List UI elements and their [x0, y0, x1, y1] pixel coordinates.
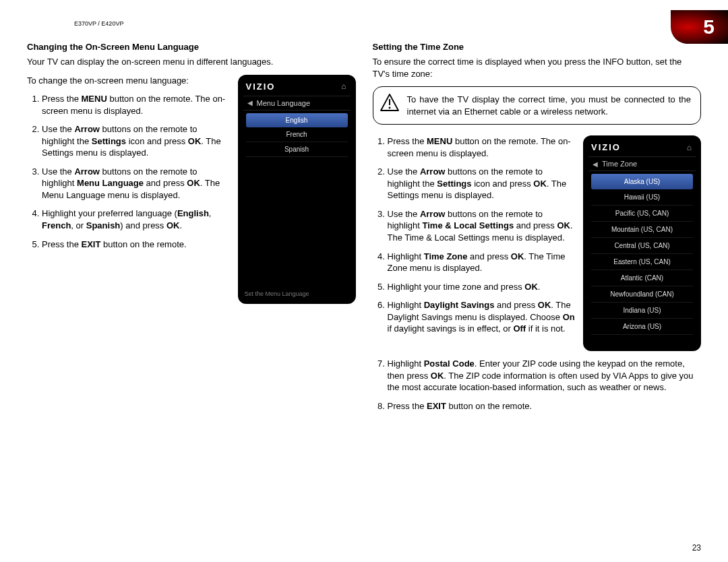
home-icon: ⌂: [341, 82, 347, 91]
step-7: Highlight Postal Code. Enter your ZIP co…: [388, 358, 702, 394]
content-with-screenshot: Press the MENU button on the remote. The…: [373, 135, 702, 351]
step-8: Press the EXIT button on the remote.: [388, 400, 702, 412]
tv-subhead: ◀ Menu Language: [243, 96, 351, 111]
intro-text: To ensure the correct time is displayed …: [373, 56, 702, 80]
left-column: Changing the On-Screen Menu Language You…: [27, 42, 356, 418]
tv-menu-item: Eastern (US, CAN): [591, 254, 693, 270]
model-header: E370VP / E420VP: [74, 20, 701, 27]
step-5: Press the EXIT button on the remote.: [42, 239, 230, 251]
note-text: To have the TV display the correct time,…: [407, 94, 692, 117]
tv-brand: VIZIO: [591, 142, 621, 152]
step-4: Highlight Time Zone and press OK. The Ti…: [388, 251, 576, 274]
tv-menu-item: Pacific (US, CAN): [591, 206, 693, 222]
content-with-screenshot: To change the on-screen menu language: P…: [27, 75, 356, 304]
step-2: Use the Arrow buttons on the remote to h…: [42, 123, 230, 159]
tv-menu-item: Indiana (US): [591, 303, 693, 319]
steps-list: Press the MENU button on the remote. The…: [373, 135, 576, 335]
tv-brand: VIZIO: [246, 82, 276, 92]
tv-menu-title: Menu Language: [257, 99, 311, 107]
step-6: Highlight Daylight Savings and press OK.…: [388, 299, 576, 335]
tv-menu-item: Newfoundland (CAN): [591, 286, 693, 303]
tv-menu-item-selected: Alaska (US): [591, 174, 693, 189]
tv-menu-item: Atlantic (CAN): [591, 270, 693, 286]
note-callout: To have the TV display the correct time,…: [373, 86, 702, 125]
chapter-number: 5: [703, 15, 715, 38]
manual-page: 5 E370VP / E420VP Changing the On-Screen…: [0, 0, 728, 562]
steps-container: To change the on-screen menu language: P…: [27, 75, 230, 257]
tv-screenshot-language: VIZIO ⌂ ◀ Menu Language English French S…: [238, 75, 356, 304]
step-1: Press the MENU button on the remote. The…: [42, 93, 230, 117]
tv-menu-item: Central (US, CAN): [591, 238, 693, 254]
tv-menu-item: Mountain (US, CAN): [591, 222, 693, 238]
right-column: Setting the Time Zone To ensure the corr…: [373, 42, 702, 418]
back-arrow-icon: ◀: [593, 160, 598, 168]
section-heading-timezone: Setting the Time Zone: [373, 42, 702, 52]
tv-menu-item: Spanish: [246, 142, 348, 157]
steps-list-continued: Highlight Postal Code. Enter your ZIP co…: [373, 358, 702, 412]
tv-subhead: ◀ Time Zone: [588, 156, 696, 171]
warning-icon: [380, 94, 399, 111]
lead-text: To change the on-screen menu language:: [27, 75, 230, 87]
home-icon: ⌂: [687, 143, 693, 152]
step-2: Use the Arrow buttons on the remote to h…: [388, 166, 576, 201]
tz-list: Alaska (US) Hawaii (US) Pacific (US, CAN…: [588, 174, 696, 335]
step-1: Press the MENU button on the remote. The…: [388, 135, 576, 159]
tv-menu-title: Time Zone: [602, 160, 637, 168]
tv-header: VIZIO ⌂: [588, 141, 696, 156]
tv-menu-item-selected: English: [246, 113, 348, 127]
intro-text: Your TV can display the on-screen menu i…: [27, 56, 356, 68]
chapter-tab: 5: [671, 10, 728, 44]
two-column-layout: Changing the On-Screen Menu Language You…: [27, 42, 701, 418]
step-3: Use the Arrow buttons on the remote to h…: [388, 208, 576, 244]
tv-menu-item: French: [246, 127, 348, 142]
tv-screenshot-timezone: VIZIO ⌂ ◀ Time Zone Alaska (US) Hawaii (…: [583, 135, 701, 351]
step-4: Highlight your preferred language (Engli…: [42, 208, 230, 231]
svg-point-2: [388, 107, 390, 109]
page-number: 23: [692, 543, 701, 553]
tv-menu-item: Arizona (US): [591, 319, 693, 335]
step-3: Use the Arrow buttons on the remote to h…: [42, 166, 230, 201]
step-5: Highlight your time zone and press OK.: [388, 281, 576, 293]
tv-hint: Set the Menu Language: [245, 290, 309, 297]
steps-list: Press the MENU button on the remote. The…: [27, 93, 230, 250]
back-arrow-icon: ◀: [247, 99, 253, 106]
tv-header: VIZIO ⌂: [243, 80, 351, 96]
tv-menu-item: Hawaii (US): [591, 189, 693, 206]
steps-container: Press the MENU button on the remote. The…: [373, 135, 576, 342]
section-heading-language: Changing the On-Screen Menu Language: [27, 42, 356, 52]
